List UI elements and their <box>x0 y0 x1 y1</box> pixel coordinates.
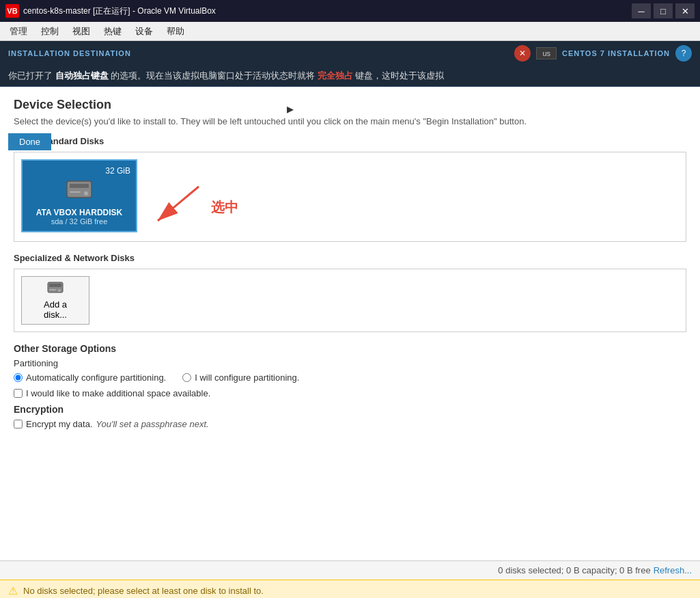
svg-rect-3 <box>70 191 81 193</box>
svg-rect-7 <box>49 284 61 287</box>
menu-bar: 管理 控制 视图 热键 设备 帮助 <box>0 22 700 41</box>
disk-status-text: 0 disks selected; 0 B capacity; 0 B free <box>498 565 650 575</box>
checkbox-space[interactable]: I would like to make additional space av… <box>14 388 686 398</box>
local-disks-label: Local Standard Disks <box>14 136 686 146</box>
title-bar: VB centos-k8s-master [正在运行] - Oracle VM … <box>0 0 700 22</box>
disk-icon <box>28 178 130 205</box>
vm-top-right: ✕ us CENTOS 7 INSTALLATION ? <box>514 45 692 62</box>
refresh-link[interactable]: Refresh... <box>654 565 692 575</box>
svg-line-5 <box>158 187 199 221</box>
disk-item-sda[interactable]: 32 GiB ATA VBOX HARDDISK sda / 32 GiB fr… <box>21 159 137 232</box>
disk-name: ATA VBOX HARDDISK <box>28 208 130 217</box>
window-title: centos-k8s-master [正在运行] - Oracle VM Vir… <box>23 5 632 17</box>
disk-size: 32 GiB <box>28 166 130 176</box>
menu-devices[interactable]: 设备 <box>128 23 160 40</box>
encrypt-check-label: Encrypt my data. <box>26 419 93 429</box>
encryption-title: Encryption <box>14 404 686 415</box>
vm-top-bar: INSTALLATION DESTINATION ✕ us CENTOS 7 I… <box>0 41 700 66</box>
other-storage: Other Storage Options Partitioning Autom… <box>14 343 686 429</box>
annotation: 选中 <box>151 180 238 234</box>
local-disks-container: 32 GiB ATA VBOX HARDDISK sda / 32 GiB fr… <box>14 152 686 242</box>
notification-banner: 你已打开了 自动独占键盘 的选项。现在当该虚拟电脑窗口处于活动状态时就将 完全独… <box>0 66 700 87</box>
radio-auto-label: Automatically configure partitioning. <box>26 372 166 383</box>
keyboard-indicator: us <box>536 47 557 59</box>
notification-text2: 的选项。现在当该虚拟电脑窗口处于活动状态时就将 <box>109 70 318 81</box>
vm-window: INSTALLATION DESTINATION ✕ us CENTOS 7 I… <box>0 41 700 598</box>
section-desc: Select the device(s) you'd like to insta… <box>14 116 686 126</box>
radio-auto-input[interactable] <box>14 373 23 382</box>
encryption-section: Encryption Encrypt my data. You'll set a… <box>14 404 686 429</box>
checkbox-encrypt-input[interactable] <box>14 420 23 429</box>
svg-rect-9 <box>49 289 56 290</box>
minimize-button[interactable]: ─ <box>632 3 651 18</box>
maximize-button[interactable]: □ <box>654 3 673 18</box>
radio-manual-input[interactable] <box>182 373 191 382</box>
radio-manual-label: I will configure partitioning. <box>195 372 299 383</box>
main-content: Device Selection Select the device(s) yo… <box>0 87 700 560</box>
window-controls: ─ □ ✕ <box>632 3 695 18</box>
warning-text: No disks selected; please select at leas… <box>23 586 264 596</box>
radio-group: Automatically configure partitioning. I … <box>14 372 686 383</box>
menu-view[interactable]: 视图 <box>66 23 97 40</box>
vm-top-right-label: CENTOS 7 INSTALLATION <box>562 49 670 57</box>
svg-rect-1 <box>70 184 89 188</box>
checkbox-encrypt[interactable]: Encrypt my data. You'll set a passphrase… <box>14 419 686 429</box>
disk-info: sda / 32 GiB free <box>28 217 130 226</box>
menu-manage[interactable]: 管理 <box>3 23 34 40</box>
specialized-container: Add a disk... ▸ <box>14 269 686 332</box>
menu-control[interactable]: 控制 <box>34 23 66 40</box>
specialized-label: Specialized & Network Disks <box>14 253 686 263</box>
menu-hotkey[interactable]: 热键 <box>97 23 128 40</box>
vm-help-btn[interactable]: ? <box>675 45 692 62</box>
svg-point-8 <box>58 289 61 292</box>
add-disk-button[interactable]: Add a disk... <box>21 276 89 325</box>
checkbox-space-label: I would like to make additional space av… <box>26 388 210 398</box>
notification-text3: 键盘，这时处于该虚拟 <box>353 70 445 81</box>
menu-help[interactable]: 帮助 <box>160 23 191 40</box>
checkbox-space-input[interactable] <box>14 389 23 398</box>
done-button[interactable]: Done <box>8 133 51 150</box>
bottom-status-bar: 0 disks selected; 0 B capacity; 0 B free… <box>0 560 700 580</box>
svg-point-2 <box>84 191 88 195</box>
radio-manual[interactable]: I will configure partitioning. <box>182 372 299 383</box>
svg-rect-0 <box>67 181 92 198</box>
red-arrow-icon <box>151 180 206 234</box>
add-disk-icon <box>47 281 64 298</box>
vm-close-btn[interactable]: ✕ <box>514 45 531 62</box>
selected-label: 选中 <box>211 198 238 217</box>
section-title: Device Selection <box>14 98 686 112</box>
app-icon: VB <box>5 4 19 18</box>
other-storage-title: Other Storage Options <box>14 343 686 354</box>
add-disk-label: Add a disk... <box>31 299 79 320</box>
close-button[interactable]: ✕ <box>675 3 695 18</box>
vm-top-left-label: INSTALLATION DESTINATION <box>8 49 131 57</box>
warning-icon: ⚠ <box>8 584 18 597</box>
partitioning-label: Partitioning <box>14 358 686 368</box>
notification-red: 完全独占 <box>318 70 353 81</box>
radio-auto[interactable]: Automatically configure partitioning. <box>14 372 166 383</box>
warning-bar: ⚠ No disks selected; please select at le… <box>0 580 700 598</box>
encrypt-note: You'll set a passphrase next. <box>96 419 209 429</box>
notification-text1: 你已打开了 <box>8 70 55 81</box>
notification-bold: 自动独占键盘 <box>55 70 109 81</box>
